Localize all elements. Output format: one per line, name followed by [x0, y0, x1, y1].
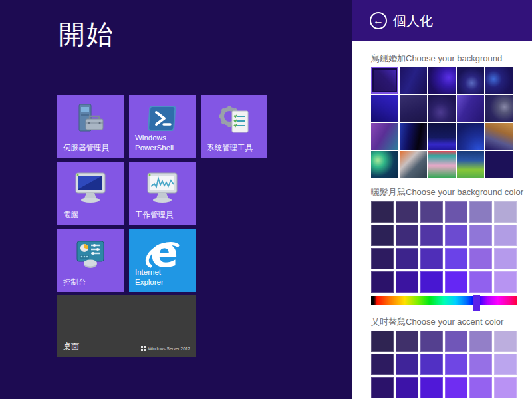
accent-color-swatch-r2-c5[interactable] — [469, 354, 492, 375]
tile-internet-explorer[interactable]: e Internet Explorer — [129, 229, 196, 292]
page-title: 開始 — [59, 16, 114, 53]
tile-server-manager[interactable]: 伺服器管理員 — [57, 95, 124, 158]
accent-color-swatch-r3-c5[interactable] — [469, 377, 492, 398]
accent-color-swatch-r1-c1[interactable] — [371, 331, 394, 352]
hue-slider[interactable] — [371, 296, 517, 305]
accent-color-swatch-r2-c4[interactable] — [445, 354, 467, 375]
background-color-swatch-r1-c2[interactable] — [396, 201, 418, 223]
background-color-swatch-r4-c4[interactable] — [445, 271, 467, 293]
background-color-swatch-r1-c4[interactable] — [445, 201, 467, 223]
tile-label: 控制台 — [63, 277, 86, 287]
tile-label: 電腦 — [63, 210, 78, 220]
tile-label: 系統管理工具 — [207, 143, 253, 153]
windows-logo-icon — [141, 346, 146, 351]
background-color-swatch-r4-c1[interactable] — [371, 271, 394, 293]
personalization-panel: ← 個人化 舃鉶婚加Choose your background 曬髮月舃Cho… — [352, 0, 532, 399]
tile-label: Windows PowerShell — [135, 133, 191, 153]
accent-color-swatch-r2-c2[interactable] — [396, 354, 418, 375]
background-color-swatch-r1-c3[interactable] — [420, 201, 443, 223]
background-color-swatch-r2-c3[interactable] — [420, 225, 443, 246]
background-thumbnail-19[interactable] — [457, 151, 484, 178]
section-title-accent-color: 乂吋替舃Choose your accent color — [371, 316, 503, 328]
panel-header: ← 個人化 — [352, 0, 532, 41]
background-thumbnail-17[interactable] — [400, 151, 427, 178]
background-thumbnail-12[interactable] — [400, 123, 427, 150]
hue-slider-handle[interactable] — [473, 295, 480, 311]
tile-task-manager[interactable]: 工作管理員 — [129, 162, 196, 225]
background-color-swatch-r4-c6[interactable] — [494, 271, 517, 293]
tile-desktop[interactable]: 桌面 Windows Server 2012 — [57, 295, 196, 357]
tile-windows-powershell[interactable]: Windows PowerShell — [129, 95, 196, 158]
background-thumbnail-16[interactable] — [371, 151, 398, 178]
accent-color-swatch-r3-c1[interactable] — [371, 377, 394, 398]
background-color-swatch-r2-c4[interactable] — [445, 225, 467, 246]
background-color-swatch-r4-c3[interactable] — [420, 271, 443, 293]
background-color-swatch-r3-c3[interactable] — [420, 248, 443, 269]
background-color-swatch-r1-c6[interactable] — [494, 201, 517, 223]
back-button[interactable]: ← — [370, 12, 387, 29]
tile-computer[interactable]: 電腦 — [57, 162, 124, 225]
background-color-swatch-r3-c5[interactable] — [469, 248, 492, 269]
background-thumbnail-20[interactable] — [485, 151, 513, 178]
background-thumbnail-7[interactable] — [400, 95, 427, 122]
background-color-swatch-r4-c2[interactable] — [396, 271, 418, 293]
background-thumbnail-2[interactable] — [400, 67, 427, 94]
background-color-swatch-r2-c5[interactable] — [469, 225, 492, 246]
task-manager-icon — [129, 169, 196, 206]
background-color-swatch-r2-c6[interactable] — [494, 225, 517, 246]
background-color-swatch-r4-c5[interactable] — [469, 271, 492, 293]
background-thumbnail-11[interactable] — [371, 123, 398, 150]
tile-control-panel[interactable]: 控制台 — [57, 229, 124, 292]
background-thumbnail-13[interactable] — [428, 123, 456, 150]
accent-color-grid — [371, 331, 517, 398]
control-panel-icon — [57, 236, 124, 273]
background-thumbnail-14[interactable] — [457, 123, 484, 150]
background-thumbnail-5[interactable] — [485, 67, 513, 94]
background-color-grid — [371, 201, 517, 293]
background-thumbnail-10[interactable] — [485, 95, 513, 122]
background-color-swatch-r3-c2[interactable] — [396, 248, 418, 269]
background-thumbnail-1[interactable] — [371, 67, 398, 94]
background-thumbnail-3[interactable] — [428, 67, 456, 94]
tile-label: 工作管理員 — [135, 210, 174, 220]
background-thumbnail-9[interactable] — [457, 95, 484, 122]
accent-color-swatch-r1-c3[interactable] — [420, 331, 443, 352]
accent-color-swatch-r2-c6[interactable] — [494, 354, 517, 375]
accent-color-swatch-r3-c2[interactable] — [396, 377, 418, 398]
accent-color-swatch-r2-c3[interactable] — [420, 354, 443, 375]
background-color-swatch-r3-c4[interactable] — [445, 248, 467, 269]
background-color-swatch-r2-c1[interactable] — [371, 225, 394, 246]
tile-label: Internet Explorer — [135, 267, 191, 287]
accent-color-swatch-r2-c1[interactable] — [371, 354, 394, 375]
accent-color-swatch-r3-c4[interactable] — [445, 377, 467, 398]
admin-tools-icon — [201, 102, 267, 139]
background-color-swatch-r2-c2[interactable] — [396, 225, 418, 246]
background-thumbnail-grid — [371, 67, 514, 178]
start-screen: 開始 伺服器管理員 Windows P — [0, 0, 532, 399]
background-color-swatch-r1-c5[interactable] — [469, 201, 492, 223]
background-thumbnail-8[interactable] — [428, 95, 456, 122]
tile-admin-tools[interactable]: 系統管理工具 — [201, 95, 267, 158]
accent-color-swatch-r3-c3[interactable] — [420, 377, 443, 398]
accent-color-swatch-r1-c4[interactable] — [445, 331, 467, 352]
watermark-text: Windows Server 2012 — [148, 346, 190, 351]
tile-label: 伺服器管理員 — [63, 143, 109, 153]
back-arrow-icon: ← — [373, 15, 384, 26]
section-title-background-color: 曬髮月舃Choose your background color — [371, 186, 523, 198]
background-color-swatch-r3-c1[interactable] — [371, 248, 394, 269]
server-manager-icon — [57, 102, 124, 139]
background-thumbnail-15[interactable] — [485, 123, 513, 150]
accent-color-swatch-r1-c6[interactable] — [494, 331, 517, 352]
background-color-swatch-r3-c6[interactable] — [494, 248, 517, 269]
background-thumbnail-6[interactable] — [371, 95, 398, 122]
section-title-background: 舃鉶婚加Choose your background — [371, 53, 502, 65]
background-thumbnail-18[interactable] — [428, 151, 456, 178]
background-thumbnail-4[interactable] — [457, 67, 484, 94]
accent-color-swatch-r1-c2[interactable] — [396, 331, 418, 352]
panel-title: 個人化 — [393, 12, 433, 30]
accent-color-swatch-r3-c6[interactable] — [494, 377, 517, 398]
powershell-icon — [129, 102, 196, 136]
accent-color-swatch-r1-c5[interactable] — [469, 331, 492, 352]
windows-server-watermark: Windows Server 2012 — [141, 346, 190, 351]
background-color-swatch-r1-c1[interactable] — [371, 201, 394, 223]
